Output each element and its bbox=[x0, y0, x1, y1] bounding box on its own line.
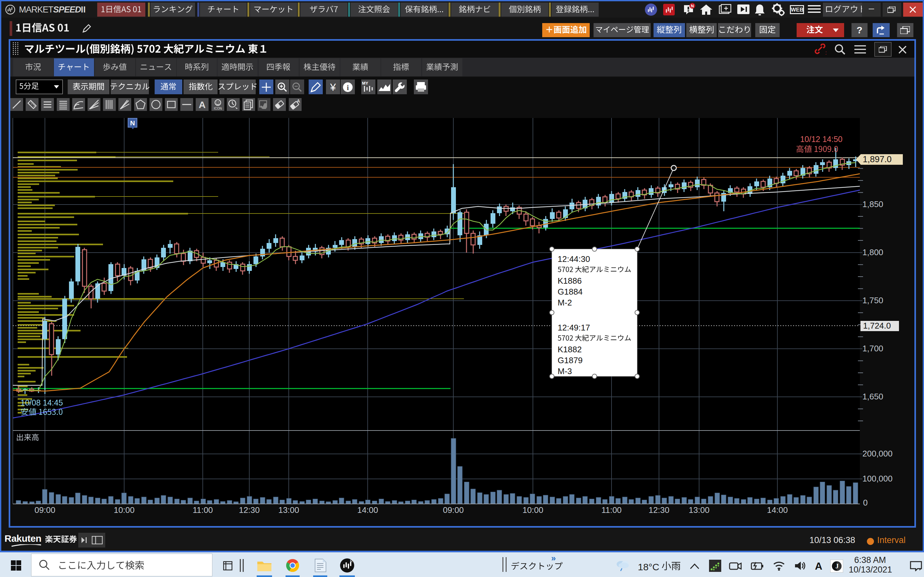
svg-text:R: R bbox=[350, 559, 352, 563]
svg-text:1,724.0: 1,724.0 bbox=[863, 321, 891, 330]
svg-text:J: J bbox=[835, 562, 838, 570]
svg-text:1,897.0: 1,897.0 bbox=[863, 155, 892, 164]
